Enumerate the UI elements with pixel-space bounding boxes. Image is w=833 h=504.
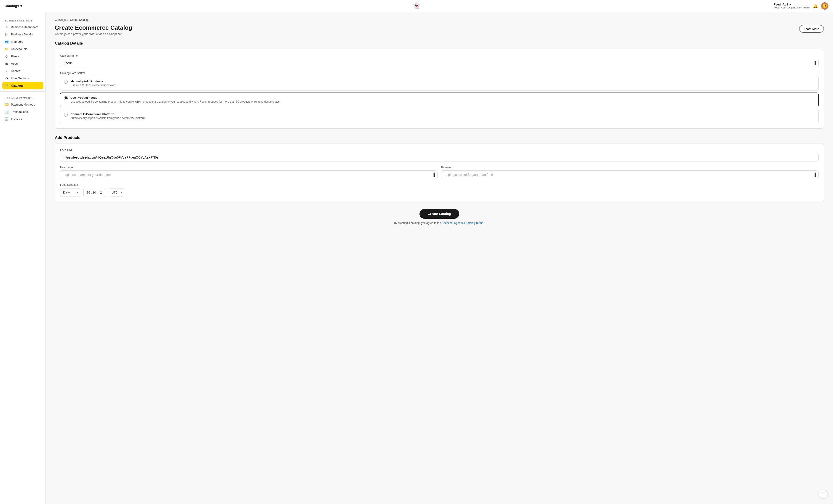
sidebar-item-ad-accounts[interactable]: 📁 Ad Accounts (0, 45, 46, 53)
credentials-group: Username ▐ Password ▐ (60, 166, 818, 179)
feed-url-input[interactable] (60, 153, 818, 162)
ad-accounts-icon: 📁 (5, 47, 9, 51)
page-header-text: Create Ecommerce Catalog Catalogs can po… (55, 24, 132, 36)
sidebar-label-business-details: Business Details (11, 33, 33, 36)
help-button[interactable]: ? (819, 490, 828, 499)
username-input-icon: ▐ (432, 173, 435, 177)
add-products-section: Add Products Feed URL Username ▐ (55, 135, 824, 202)
sidebar-billing-label: Billing & Payments (0, 94, 46, 101)
radio-product-feeds[interactable]: Use Product Feeds Use a data feed file c… (60, 93, 818, 107)
sidebar-label-payment-methods: Payment Methods (11, 103, 35, 106)
members-icon: 👥 (5, 40, 9, 44)
sidebar-label-apps: Apps (11, 62, 18, 65)
invoices-icon: 🧾 (5, 117, 9, 121)
radio-ecommerce[interactable]: Connect E-Commerce Platform Automaticall… (60, 109, 818, 124)
feed-schedule-label: Feed Schedule (60, 183, 818, 186)
layout: Business Settings ⌂ Business Dashboard 📋… (0, 12, 833, 504)
details-icon: 📋 (5, 32, 9, 36)
radio-manual-text: Manually Add Products Use a CSV file to … (70, 79, 116, 87)
catalog-name-input[interactable] (60, 59, 818, 68)
bell-icon[interactable]: 🔔 (813, 3, 818, 8)
user-role: Feedr ApS · Organization Admin (774, 6, 810, 9)
user-info: Feedr ApS ▾ Feedr ApS · Organization Adm… (774, 3, 810, 9)
create-catalog-button[interactable]: Create Catalog (420, 209, 459, 219)
breadcrumb-parent[interactable]: Catalogs (55, 18, 66, 22)
catalog-details-section: Catalog Details Catalog Name ▐ Catalog D… (55, 41, 824, 129)
sidebar-label-pixels: Pixels (11, 55, 19, 58)
add-products-title: Add Products (55, 135, 824, 140)
password-label: Password (441, 166, 818, 169)
settings-icon: ⚙ (5, 76, 9, 80)
home-icon: ⌂ (5, 25, 9, 29)
sidebar-item-invoices[interactable]: 🧾 Invoices (0, 116, 46, 123)
topnav-right: Feedr ApS ▾ Feedr ApS · Organization Adm… (774, 2, 828, 9)
sidebar-item-business-dashboard[interactable]: ⌂ Business Dashboard (0, 23, 46, 31)
avatar[interactable]: 🙂 (821, 2, 828, 9)
sidebar-item-apps[interactable]: ⊞ Apps (0, 60, 46, 67)
sidebar-item-members[interactable]: 👥 Members (0, 38, 46, 45)
sidebar-label-transactions: Transactions (11, 110, 28, 114)
transactions-icon: 📊 (5, 110, 9, 114)
terms-link[interactable]: Snapchat Dynamic Catalog Terms (442, 221, 483, 225)
timezone-select[interactable]: UTC EST PST CET (109, 188, 125, 197)
radio-manual-label: Manually Add Products (70, 79, 116, 83)
sidebar-item-catalogs[interactable]: 🛒 Catalogs (2, 82, 43, 89)
sidebar-business-settings-label: Business Settings (0, 17, 46, 23)
username-input[interactable] (60, 171, 437, 179)
brand-label: Catalogs (5, 4, 19, 8)
username-label: Username (60, 166, 437, 169)
password-input[interactable] (441, 171, 818, 179)
catalog-datasource-group: Catalog Data Source Manually Add Product… (60, 72, 818, 123)
radio-ecommerce-text: Connect E-Commerce Platform Automaticall… (70, 112, 146, 120)
radio-ecommerce-label: Connect E-Commerce Platform (70, 112, 146, 116)
sidebar-item-transactions[interactable]: 📊 Transactions (0, 108, 46, 116)
sidebar-item-shared[interactable]: ◁ Shared (0, 67, 46, 74)
brand-menu[interactable]: Catalogs ▾ (5, 4, 22, 8)
catalog-name-label: Catalog Name (60, 54, 818, 57)
terms-prefix: By creating a catalog, you agree to the (394, 221, 441, 225)
learn-more-button[interactable]: Learn More (799, 25, 824, 33)
page-title: Create Ecommerce Catalog (55, 24, 132, 31)
sidebar-item-user-settings[interactable]: ⚙ User Settings (0, 74, 46, 82)
feed-url-label: Feed URL (60, 149, 818, 152)
catalogs-icon: 🛒 (5, 84, 9, 87)
feed-schedule-group: Feed Schedule Daily Weekly Monthly UTC E… (60, 183, 818, 197)
add-products-card: Feed URL Username ▐ Passw (55, 143, 824, 202)
sidebar-label-members: Members (11, 40, 23, 44)
sidebar-label-shared: Shared (11, 69, 21, 73)
feed-url-group: Feed URL (60, 149, 818, 162)
catalog-details-title: Catalog Details (55, 41, 824, 46)
radio-manual[interactable]: Manually Add Products Use a CSV file to … (60, 76, 818, 91)
time-input[interactable] (84, 188, 106, 197)
password-input-wrapper: ▐ (441, 171, 818, 179)
catalog-name-input-wrapper: ▐ (60, 59, 818, 68)
topnav: Catalogs ▾ 👻 Feedr ApS ▾ Feedr ApS · Org… (0, 0, 833, 12)
sidebar-label-catalogs: Catalogs (11, 84, 24, 87)
radio-product-feeds-label: Use Product Feeds (70, 96, 281, 99)
snap-logo-container: 👻 (413, 2, 420, 9)
brand-chevron-icon: ▾ (20, 4, 22, 8)
radio-product-feeds-text: Use Product Feeds Use a data feed file c… (70, 96, 281, 104)
sidebar-item-pixels[interactable]: ◇ Pixels (0, 53, 46, 60)
schedule-select[interactable]: Daily Weekly Monthly (60, 188, 81, 197)
create-button-wrapper: Create Catalog (55, 209, 824, 219)
radio-product-feeds-desc: Use a data feed file containing product … (70, 100, 281, 104)
catalog-details-card: Catalog Name ▐ Catalog Data Source Manua… (55, 49, 824, 129)
radio-manual-desc: Use a CSV file to create your catalog. (70, 83, 116, 87)
terms-suffix: . (484, 221, 485, 225)
pixels-icon: ◇ (5, 54, 9, 58)
user-chevron-icon: ▾ (789, 3, 791, 6)
radio-product-feeds-input[interactable] (64, 96, 68, 100)
radio-ecommerce-input[interactable] (64, 113, 68, 117)
username-field-group: Username ▐ (60, 166, 437, 179)
catalog-datasource-label: Catalog Data Source (60, 72, 818, 75)
snap-logo-icon: 👻 (413, 2, 420, 9)
radio-manual-input[interactable] (64, 80, 68, 84)
sidebar-item-business-details[interactable]: 📋 Business Details (0, 31, 46, 38)
user-name: Feedr ApS ▾ (774, 3, 810, 6)
feed-url-input-wrapper (60, 153, 818, 162)
schedule-row: Daily Weekly Monthly UTC EST PST CET (60, 188, 818, 197)
payment-methods-icon: 💳 (5, 103, 9, 106)
page-header: Create Ecommerce Catalog Catalogs can po… (55, 24, 824, 36)
sidebar-item-payment-methods[interactable]: 💳 Payment Methods (0, 101, 46, 108)
